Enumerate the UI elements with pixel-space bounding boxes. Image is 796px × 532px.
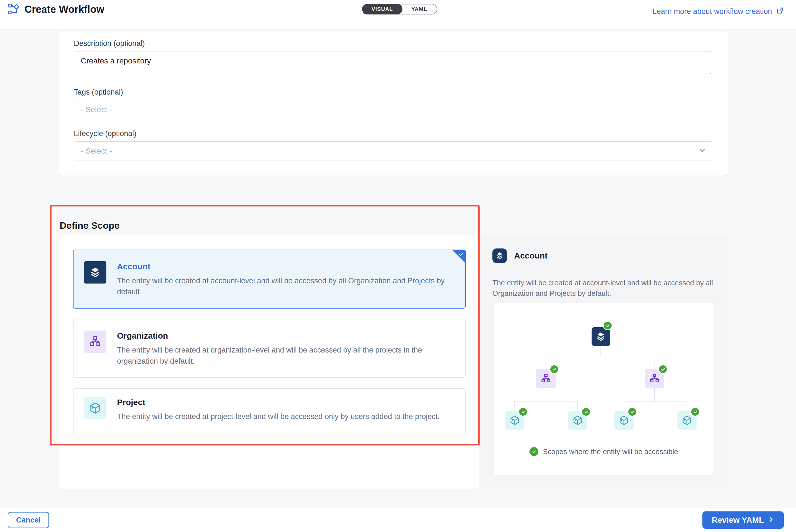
option-text: Project The entity will be created at pr… bbox=[117, 397, 440, 434]
diagram-legend: Scopes where the entity will be accessib… bbox=[494, 447, 714, 456]
layers-icon bbox=[492, 248, 507, 263]
lifecycle-label: Lifecycle (optional) bbox=[74, 129, 713, 138]
connector-line bbox=[623, 401, 624, 411]
preview-title: Account bbox=[514, 251, 547, 261]
check-badge-icon bbox=[658, 364, 668, 374]
connector-line bbox=[514, 401, 515, 411]
review-yaml-label: Review YAML bbox=[712, 516, 764, 525]
lifecycle-select[interactable]: - Select - bbox=[74, 141, 713, 161]
preview-header: Account bbox=[492, 248, 547, 263]
connector-line bbox=[546, 388, 546, 401]
description-label: Description (optional) bbox=[74, 39, 713, 48]
learn-more-label: Learn more about workflow creation bbox=[653, 7, 772, 16]
lifecycle-placeholder: - Select - bbox=[81, 147, 112, 155]
scope-option-account[interactable]: Account The entity will be created at ac… bbox=[73, 250, 466, 308]
review-yaml-button[interactable]: Review YAML bbox=[702, 511, 784, 529]
description-field-wrap: Creates a repository bbox=[74, 51, 713, 78]
scope-option-project[interactable]: Project The entity will be created at pr… bbox=[73, 388, 466, 434]
workflow-form-card: Description (optional) Creates a reposit… bbox=[59, 31, 728, 176]
option-title: Project bbox=[117, 398, 440, 407]
connector-line bbox=[546, 357, 546, 369]
scope-options-panel: Account The entity will be created at ac… bbox=[59, 235, 479, 489]
tags-label: Tags (optional) bbox=[74, 88, 713, 97]
connector-line bbox=[600, 346, 601, 357]
page-footer: Cancel Review YAML bbox=[0, 508, 796, 532]
define-scope-heading: Define Scope bbox=[60, 220, 120, 231]
option-description: The entity will be created at organizati… bbox=[117, 344, 454, 367]
scope-hierarchy-diagram: Scopes where the entity will be accessib… bbox=[493, 303, 714, 475]
connector-line bbox=[654, 388, 655, 401]
scope-option-organization[interactable]: Organization The entity will be created … bbox=[73, 319, 466, 378]
layers-icon bbox=[84, 261, 106, 284]
connector-line bbox=[546, 357, 655, 357]
connector-line bbox=[654, 357, 655, 369]
scope-preview-panel: Account The entity will be created at ac… bbox=[481, 235, 729, 489]
description-input[interactable]: Creates a repository bbox=[74, 51, 713, 78]
tags-placeholder: - Select - bbox=[81, 105, 112, 114]
connector-line bbox=[624, 401, 687, 401]
chevron-right-icon bbox=[767, 516, 774, 525]
check-badge-icon bbox=[603, 321, 613, 330]
page-header: Create Workflow VISUAL YAML Learn more a… bbox=[0, 0, 796, 29]
check-icon bbox=[458, 251, 464, 258]
connector-line bbox=[577, 401, 578, 411]
tags-select[interactable]: - Select - bbox=[74, 100, 713, 119]
check-badge-icon bbox=[581, 407, 591, 417]
preview-description: The entity will be created at account-le… bbox=[492, 278, 717, 299]
option-description: The entity will be created at account-le… bbox=[117, 275, 454, 298]
check-badge-icon bbox=[518, 407, 528, 417]
chevron-down-icon bbox=[698, 146, 706, 156]
check-badge-icon bbox=[628, 407, 637, 417]
workflow-icon bbox=[7, 3, 19, 16]
page-title: Create Workflow bbox=[24, 4, 104, 15]
hierarchy-icon bbox=[84, 330, 106, 353]
connector-line bbox=[515, 401, 578, 401]
legend-text: Scopes where the entity will be accessib… bbox=[543, 448, 678, 456]
connector-line bbox=[687, 401, 687, 411]
textarea-resize-handle[interactable] bbox=[707, 70, 712, 76]
title-row: Create Workflow bbox=[7, 3, 104, 16]
toggle-visual[interactable]: VISUAL bbox=[362, 4, 402, 15]
option-text: Account The entity will be created at ac… bbox=[117, 261, 454, 308]
option-description: The entity will be created at project-le… bbox=[117, 411, 440, 422]
check-badge-icon bbox=[549, 364, 559, 374]
check-badge-icon bbox=[529, 447, 538, 456]
learn-more-link[interactable]: Learn more about workflow creation bbox=[653, 7, 784, 16]
view-toggle: VISUAL YAML bbox=[362, 4, 437, 15]
cancel-button[interactable]: Cancel bbox=[8, 512, 49, 528]
cube-icon bbox=[84, 397, 106, 419]
toggle-yaml[interactable]: YAML bbox=[402, 4, 437, 14]
check-badge-icon bbox=[690, 407, 700, 417]
create-workflow-page: Create Workflow VISUAL YAML Learn more a… bbox=[0, 0, 796, 532]
option-title: Account bbox=[117, 262, 454, 271]
option-title: Organization bbox=[117, 331, 454, 341]
external-link-icon bbox=[776, 7, 784, 16]
option-text: Organization The entity will be created … bbox=[117, 330, 454, 377]
